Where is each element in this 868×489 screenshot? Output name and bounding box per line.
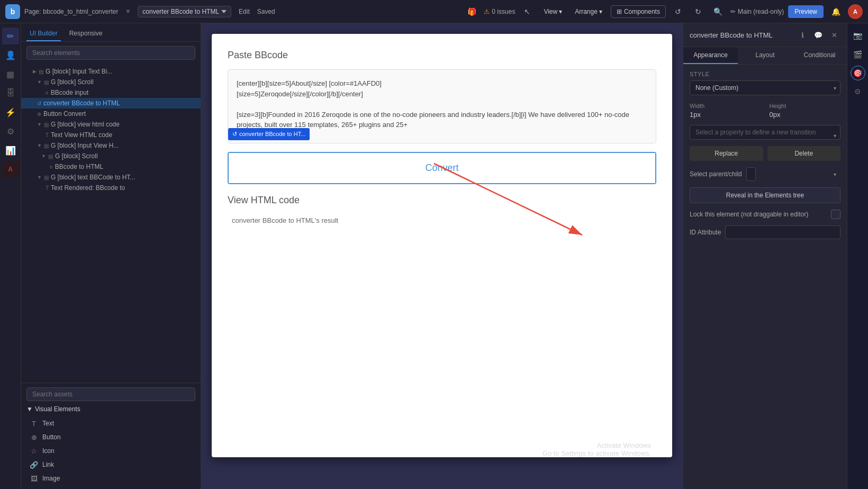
- tree-item-2[interactable]: ≡ BBcode input: [21, 87, 201, 98]
- tree-item-label-10: G [block] text BBCode to HT...: [51, 174, 135, 181]
- reveal-button[interactable]: Reveal in the Elements tree: [690, 187, 840, 203]
- transition-select-wrapper: Select a property to define a new transi…: [690, 125, 840, 146]
- button-icon: ⊕: [30, 433, 38, 441]
- tab-appearance[interactable]: Appearance: [683, 47, 738, 64]
- issues-badge: ⚠ 0 issues: [484, 8, 515, 15]
- notification-icon[interactable]: 🔔: [828, 4, 844, 20]
- right-panel-body: Style None (Custom) Width 1px Height 0px: [683, 65, 847, 489]
- undo-icon[interactable]: ↺: [670, 4, 686, 20]
- search-area: [21, 42, 201, 64]
- edit-button[interactable]: Edit: [236, 6, 253, 17]
- info-icon[interactable]: ℹ: [796, 29, 809, 41]
- arrange-button[interactable]: Arrange ▾: [571, 6, 607, 17]
- selected-element-overlay[interactable]: ↺ converter BBcode to HT...: [228, 128, 310, 140]
- html-result-area: converter BBcode to HTML's result: [228, 212, 656, 229]
- tree-item-4[interactable]: ⊕ Button Convert: [21, 108, 201, 119]
- special-icon[interactable]: 🎯: [851, 66, 865, 80]
- nav-ui-builder-icon[interactable]: ✏: [2, 28, 19, 44]
- lock-toggle[interactable]: [831, 210, 840, 219]
- tree-item-3[interactable]: ↺ converter BBcode to HTML: [21, 98, 201, 108]
- right-panel-header: converter BBcode to HTML ℹ 💬 ✕: [683, 23, 847, 47]
- video-icon[interactable]: 🎬: [850, 47, 866, 62]
- nav-plugin-icon[interactable]: ⚡: [2, 104, 19, 121]
- tree-item-label-1: G [block] Scroll: [51, 78, 94, 86]
- page-name: bbcode_to_html_converter: [43, 8, 118, 15]
- tree-item-label-9: BBcode to HTML: [55, 163, 103, 170]
- tree-item-1[interactable]: ▼ ▤ G [block] Scroll: [21, 77, 201, 87]
- style-select-wrapper: None (Custom): [690, 80, 840, 95]
- tab-ui-builder[interactable]: UI Builder: [26, 28, 61, 41]
- element-image[interactable]: 🖼 Image: [26, 472, 195, 485]
- page-frame: Paste BBcode [center][b][size=5]About[/s…: [212, 34, 672, 457]
- element-icon[interactable]: ☆ Icon: [26, 445, 195, 457]
- page-info: Page: bbcode_to_html_converter: [24, 8, 118, 15]
- tree-item-label-8: G [block] Scroll: [55, 152, 98, 160]
- element-button[interactable]: ⊕ Button: [26, 431, 195, 443]
- bbcode-input-area[interactable]: [center][b][size=5]About[/size] [color=#…: [228, 69, 656, 143]
- tab-conditional[interactable]: Conditional: [792, 47, 847, 64]
- gear-icon[interactable]: ⚙: [850, 84, 866, 99]
- element-link[interactable]: 🔗 Link: [26, 458, 195, 471]
- tree-item-label-7: G [block] Input View H...: [51, 142, 119, 149]
- nav-user-a-icon[interactable]: A: [2, 161, 19, 178]
- view-button[interactable]: View ▾: [539, 6, 566, 17]
- right-panel-title: converter BBcode to HTML: [690, 31, 773, 39]
- tab-responsive[interactable]: Responsive: [66, 28, 106, 41]
- topbar: b Page: bbcode_to_html_converter ▼ conve…: [0, 0, 868, 23]
- tree-item-9[interactable]: ≡ BBcode to HTML: [21, 161, 201, 172]
- tab-layout[interactable]: Layout: [738, 47, 792, 64]
- element-icon-label: Icon: [42, 447, 55, 455]
- tree-item-11[interactable]: T Text Rendered: BBcode to: [21, 183, 201, 193]
- redo-icon[interactable]: ↻: [690, 4, 706, 20]
- tree-item-label-0: G [block] Input Text Bi...: [46, 68, 113, 75]
- tree-item-5[interactable]: ▼ ▤ G [block] view html code: [21, 119, 201, 130]
- comment-icon[interactable]: 💬: [812, 29, 825, 41]
- nav-analytics-icon[interactable]: 📊: [2, 142, 19, 159]
- close-icon[interactable]: ✕: [828, 29, 840, 41]
- camera-icon[interactable]: 📷: [850, 28, 866, 43]
- elements-tree: ▶ ▤ G [block] Input Text Bi... ▼ ▤ G [bl…: [21, 64, 201, 383]
- bbcode-line2: [size=5]Zeroqode[/size][/color][/b][/cen…: [237, 89, 647, 99]
- tree-item-0[interactable]: ▶ ▤ G [block] Input Text Bi...: [21, 66, 201, 77]
- cursor-icon[interactable]: ↖: [519, 4, 535, 20]
- converter-dropdown[interactable]: converter BBcode to HTML: [138, 6, 231, 17]
- tree-item-6[interactable]: T Text View HTML code: [21, 130, 201, 140]
- left-panel: UI Builder Responsive ▶ ▤ G [block] Inpu…: [21, 23, 201, 489]
- id-attribute-input[interactable]: [725, 225, 840, 239]
- preview-button[interactable]: Preview: [788, 5, 824, 18]
- convert-button[interactable]: Convert: [229, 153, 655, 183]
- visual-elements-label: Visual Elements: [35, 405, 80, 413]
- element-text-label: Text: [42, 420, 54, 427]
- components-button[interactable]: ⊞ Components: [611, 5, 666, 18]
- search-icon[interactable]: 🔍: [710, 4, 726, 20]
- image-icon: 🖼: [30, 474, 38, 483]
- nav-users-icon[interactable]: 👤: [2, 47, 19, 64]
- nav-settings-icon[interactable]: ⚙: [2, 123, 19, 140]
- tree-item-8[interactable]: ▼ ▤ G [block] Scroll: [21, 151, 201, 161]
- parent-child-select[interactable]: [746, 167, 756, 181]
- tree-item-7[interactable]: ▼ ▤ G [block] Input View H...: [21, 140, 201, 151]
- dimensions-row: Width 1px Height 0px: [690, 103, 840, 119]
- bbcode-line1: [center][b][size=5]About[/size] [color=#…: [237, 78, 647, 89]
- nav-data-icon[interactable]: 🗄: [2, 85, 19, 102]
- nav-layout-icon[interactable]: ▦: [2, 66, 19, 83]
- search-assets-input[interactable]: [26, 387, 195, 401]
- replace-button[interactable]: Replace: [690, 146, 763, 161]
- visual-elements-header[interactable]: ▼ Visual Elements: [26, 405, 195, 413]
- height-value: 0px: [770, 111, 841, 119]
- view-html-title: View HTML code: [228, 195, 656, 206]
- gift-icon[interactable]: 🎁: [464, 4, 480, 20]
- element-button-label: Button: [42, 433, 61, 441]
- width-field: Width 1px: [690, 103, 761, 119]
- lock-row: Lock this element (not draggable in edit…: [690, 210, 840, 219]
- search-elements-input[interactable]: [26, 46, 195, 60]
- element-text[interactable]: T Text: [26, 417, 195, 430]
- id-attribute-label: ID Attribute: [690, 229, 721, 236]
- tree-item-10[interactable]: ▼ ▤ G [block] text BBCode to HT...: [21, 172, 201, 183]
- left-panel-tabs: UI Builder Responsive: [21, 23, 201, 42]
- right-panel: converter BBcode to HTML ℹ 💬 ✕ Appearanc…: [683, 23, 847, 489]
- transition-select[interactable]: Select a property to define a new transi…: [690, 125, 840, 140]
- style-select[interactable]: None (Custom): [690, 80, 840, 95]
- delete-button[interactable]: Delete: [767, 146, 841, 161]
- lock-label: Lock this element (not draggable in edit…: [690, 211, 808, 218]
